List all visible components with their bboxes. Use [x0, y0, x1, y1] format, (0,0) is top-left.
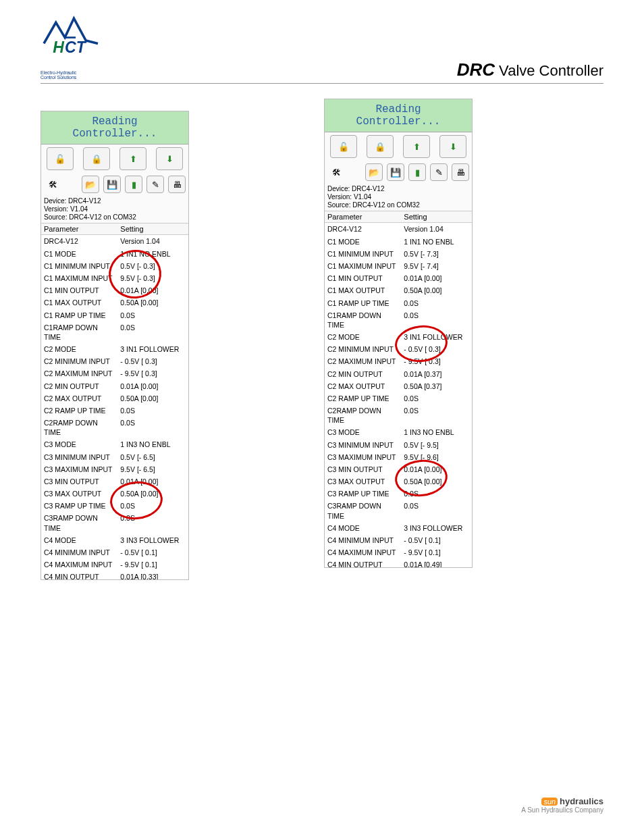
grid-row[interactable]: C4 MODE3 IN3 FOLLOWER	[325, 522, 472, 534]
grid-row[interactable]: C1 RAMP UP TIME0.0S	[325, 297, 472, 309]
lock-closed-button[interactable]: 🔒	[83, 147, 110, 170]
grid-row[interactable]: C2 RAMP UP TIME0.0S	[325, 392, 472, 405]
grid-row[interactable]: C1 MINIMUM INPUT0.5V [- 7.3]	[325, 248, 472, 260]
grid-row[interactable]: C4 MAXIMUM INPUT- 9.5V [ 0.1]	[41, 558, 188, 571]
grid-row[interactable]: C4 MAXIMUM INPUT- 9.5V [ 0.1]	[325, 546, 472, 558]
cell-setting: 0.50A [0.00]	[117, 488, 188, 500]
grid-row[interactable]: C1 MODE1 IN1 NO ENBL	[325, 236, 472, 248]
grid-row[interactable]: C3 MODE1 IN3 NO ENBL	[325, 426, 472, 438]
settings-button[interactable]: 🛠	[327, 163, 345, 181]
lock-closed-button[interactable]: 🔒	[367, 135, 394, 158]
grid-row[interactable]: C3 MAX OUTPUT0.50A [0.00]	[325, 475, 472, 488]
cell-param: C1 MAX OUTPUT	[41, 296, 117, 309]
cell-param: C2 RAMP UP TIME	[41, 405, 117, 417]
cell-setting: 0.50A [0.00]	[401, 475, 472, 488]
grid-row[interactable]: C1RAMP DOWN TIME0.0S	[325, 309, 472, 331]
svg-text:CT: CT	[65, 38, 87, 56]
cell-param: C4 MAXIMUM INPUT	[325, 546, 401, 558]
lock-open-button[interactable]: 🔓	[47, 147, 74, 170]
notes-button[interactable]: ▮	[125, 176, 142, 193]
grid-body-left[interactable]: DRC4-V12Version 1.04C1 MODE1 IN1 NO ENBL…	[41, 235, 188, 579]
cell-param: C1 MAXIMUM INPUT	[325, 260, 401, 272]
grid-row[interactable]: C2RAMP DOWN TIME0.0S	[325, 405, 472, 426]
cell-setting: 1 IN1 NO ENBL	[401, 236, 472, 248]
cell-param: C1 MIN OUTPUT	[325, 272, 401, 284]
grid-row[interactable]: C2 MIN OUTPUT0.01A [0.00]	[41, 380, 188, 392]
printer-icon: 🖶	[456, 167, 465, 178]
grid-row[interactable]: C3RAMP DOWN TIME0.0S	[41, 512, 188, 533]
upload-button[interactable]: ⬆	[403, 135, 430, 158]
grid-row[interactable]: C4 MINIMUM INPUT- 0.5V [ 0.1]	[325, 534, 472, 546]
grid-row[interactable]: C3 MIN OUTPUT0.01A [0.00]	[325, 463, 472, 475]
cell-param: C3 MAX OUTPUT	[325, 475, 401, 488]
download-button[interactable]: ⬇	[439, 135, 466, 158]
grid-row[interactable]: C3 MAXIMUM INPUT9.5V [- 6.5]	[41, 463, 188, 475]
grid-row[interactable]: C4 MIN OUTPUT0.01A [0.33]	[41, 571, 188, 579]
save-button[interactable]: 💾	[103, 176, 121, 193]
grid-row[interactable]: C1 MIN OUTPUT0.01A [0.00]	[41, 284, 188, 296]
grid-row[interactable]: C3 MIN OUTPUT0.01A [0.00]	[41, 475, 188, 488]
cell-setting: 3 IN3 FOLLOWER	[401, 522, 472, 534]
col-parameter: Parameter	[325, 211, 401, 222]
grid-row[interactable]: C2 RAMP UP TIME0.0S	[41, 405, 188, 417]
cell-setting: 1 IN3 NO ENBL	[117, 438, 188, 450]
grid-row[interactable]: C3 RAMP UP TIME0.0S	[325, 488, 472, 500]
open-button[interactable]: 📂	[365, 163, 383, 181]
grid-row[interactable]: DRC4-V12Version 1.04	[41, 235, 188, 247]
cell-param: C1 MINIMUM INPUT	[41, 260, 117, 272]
cell-param: C3 MINIMUM INPUT	[41, 451, 117, 463]
arrow-down-icon: ⬇	[450, 142, 457, 152]
grid-body-right[interactable]: DRC4-V12Version 1.04C1 MODE1 IN1 NO ENBL…	[325, 223, 472, 567]
save-button[interactable]: 💾	[387, 163, 404, 181]
cell-setting: 0.01A [0.49]	[401, 558, 472, 567]
download-button[interactable]: ⬇	[156, 147, 183, 170]
grid-row[interactable]: C2 MAXIMUM INPUT- 9.5V [ 0.3]	[325, 355, 472, 367]
cell-param: C1 RAMP UP TIME	[41, 309, 117, 321]
cell-param: C3 MAX OUTPUT	[41, 488, 117, 500]
grid-row[interactable]: C1RAMP DOWN TIME0.0S	[41, 321, 188, 343]
cell-setting: - 0.5V [ 0.1]	[401, 534, 472, 546]
edit-button[interactable]: ✎	[430, 163, 448, 181]
grid-row[interactable]: C3RAMP DOWN TIME0.0S	[325, 500, 472, 521]
controller-panel-left: Reading Controller... 🔓 🔒 ⬆ ⬇ 🛠 📂 💾 ▮ ✎ …	[41, 111, 189, 581]
grid-row[interactable]: C2 MINIMUM INPUT- 0.5V [ 0.3]	[325, 343, 472, 355]
grid-row[interactable]: C3 MAX OUTPUT0.50A [0.00]	[41, 488, 188, 500]
grid-row[interactable]: C3 MINIMUM INPUT0.5V [- 9.5]	[325, 439, 472, 451]
upload-button[interactable]: ⬆	[119, 147, 146, 170]
lock-open-button[interactable]: 🔓	[330, 135, 357, 158]
cell-param: C3 MAXIMUM INPUT	[41, 463, 117, 475]
grid-row[interactable]: C3 MINIMUM INPUT0.5V [- 6.5]	[41, 451, 188, 463]
grid-row[interactable]: DRC4-V12Version 1.04	[325, 223, 472, 235]
notes-button[interactable]: ▮	[408, 163, 426, 181]
grid-row[interactable]: C2 MAXIMUM INPUT- 9.5V [ 0.3]	[41, 367, 188, 380]
grid-row[interactable]: C1 MAX OUTPUT0.50A [0.00]	[41, 296, 188, 309]
grid-row[interactable]: C1 MODE1 IN1 NO ENBL	[41, 248, 188, 260]
grid-row[interactable]: C2 MAX OUTPUT0.50A [0.37]	[325, 380, 472, 392]
grid-row[interactable]: C1 MIN OUTPUT0.01A [0.00]	[325, 272, 472, 284]
lock-icon: 🔒	[91, 154, 102, 164]
cell-setting: 0.0S	[117, 417, 188, 438]
grid-row[interactable]: C3 MODE1 IN3 NO ENBL	[41, 438, 188, 450]
grid-row[interactable]: C3 RAMP UP TIME0.0S	[41, 500, 188, 512]
grid-row[interactable]: C2 MODE3 IN1 FOLLOWER	[41, 343, 188, 355]
grid-row[interactable]: C2RAMP DOWN TIME0.0S	[41, 417, 188, 438]
grid-row[interactable]: C3 MAXIMUM INPUT9.5V [- 9.6]	[325, 451, 472, 463]
edit-button[interactable]: ✎	[146, 176, 164, 193]
settings-button[interactable]: 🛠	[44, 176, 61, 193]
grid-row[interactable]: C2 MINIMUM INPUT- 0.5V [ 0.3]	[41, 355, 188, 367]
grid-row[interactable]: C2 MAX OUTPUT0.50A [0.00]	[41, 392, 188, 405]
grid-row[interactable]: C1 MINIMUM INPUT0.5V [- 0.3]	[41, 260, 188, 272]
cell-param: C1 MIN OUTPUT	[41, 284, 117, 296]
grid-row[interactable]: C4 MODE3 IN3 FOLLOWER	[41, 534, 188, 546]
print-button[interactable]: 🖶	[452, 163, 469, 181]
grid-row[interactable]: C4 MIN OUTPUT0.01A [0.49]	[325, 558, 472, 567]
open-button[interactable]: 📂	[82, 176, 99, 193]
grid-row[interactable]: C4 MINIMUM INPUT- 0.5V [ 0.1]	[41, 546, 188, 558]
grid-row[interactable]: C1 MAXIMUM INPUT9.5V [- 0.3]	[41, 272, 188, 284]
grid-row[interactable]: C2 MIN OUTPUT0.01A [0.37]	[325, 368, 472, 380]
grid-row[interactable]: C1 MAXIMUM INPUT9.5V [- 7.4]	[325, 260, 472, 272]
grid-row[interactable]: C2 MODE3 IN1 FOLLOWER	[325, 331, 472, 343]
grid-row[interactable]: C1 MAX OUTPUT0.50A [0.00]	[325, 284, 472, 296]
grid-row[interactable]: C1 RAMP UP TIME0.0S	[41, 309, 188, 321]
print-button[interactable]: 🖶	[168, 176, 186, 193]
